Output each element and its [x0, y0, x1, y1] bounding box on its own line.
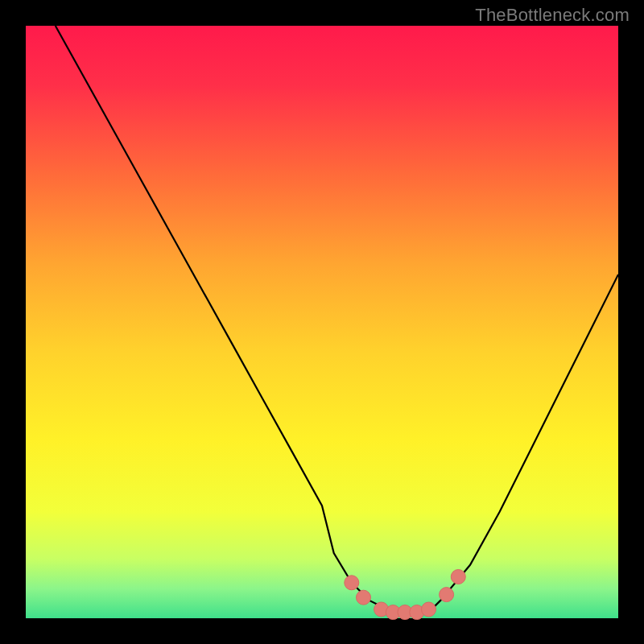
- marker-point: [451, 570, 465, 584]
- plot-background: [26, 26, 618, 618]
- marker-point: [345, 576, 359, 590]
- marker-point: [357, 590, 371, 605]
- chart-frame: TheBottleneck.com: [0, 0, 644, 644]
- bottleneck-chart: [0, 0, 644, 644]
- watermark-text: TheBottleneck.com: [475, 5, 630, 26]
- marker-point: [440, 588, 454, 602]
- marker-point: [422, 602, 436, 617]
